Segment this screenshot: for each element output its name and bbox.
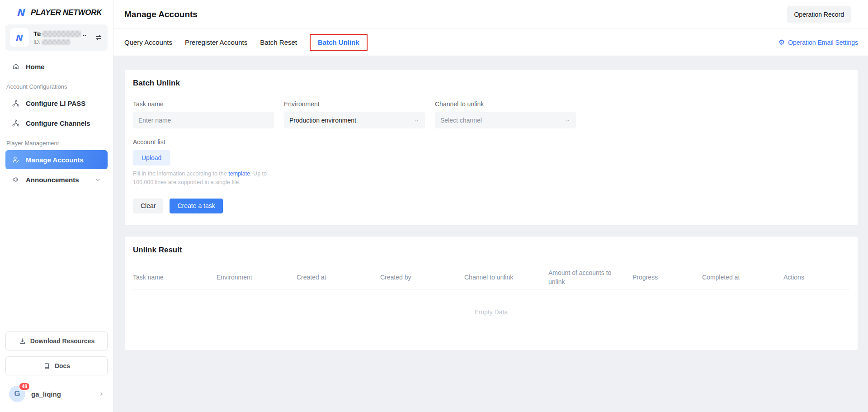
unlink-result-card: Unlink Result Task name Environment Crea…	[125, 237, 858, 350]
account-list-field: Account list Upload Fill in the informat…	[133, 138, 849, 187]
download-resources-button[interactable]: Download Resources	[5, 331, 108, 350]
branch-icon	[12, 119, 20, 127]
column-header-environment: Environment	[217, 270, 297, 284]
svg-text:N: N	[15, 33, 23, 42]
branch-icon	[12, 99, 20, 107]
task-name-label: Task name	[133, 100, 274, 108]
avatar-wrap: G 48	[9, 386, 25, 402]
task-name-field: Task name	[133, 100, 274, 128]
chevron-down-icon	[414, 118, 420, 123]
docs-button[interactable]: Docs	[5, 356, 108, 375]
download-resources-label: Download Resources	[30, 337, 94, 345]
sidebar-nav: Home Account Configurations Configure LI…	[5, 56, 108, 190]
sidebar-section-account-configurations: Account Configurations	[6, 83, 107, 90]
environment-select-value: Production environment	[289, 117, 356, 124]
channel-field: Channel to unlink Select channel	[435, 100, 576, 128]
home-icon	[12, 62, 20, 71]
app-root: N PLAYER NETWORK N Te ..	[0, 0, 868, 412]
batch-unlink-title: Batch Unlink	[133, 79, 849, 88]
megaphone-icon	[12, 175, 20, 184]
sidebar-section-player-management: Player Management	[6, 140, 107, 147]
column-header-task-name: Task name	[133, 270, 217, 284]
gear-icon: ⚙	[778, 39, 785, 46]
user-menu[interactable]: G 48 ga_liqing	[5, 381, 108, 412]
project-info: Te .. ID:	[33, 30, 90, 45]
project-name: Te ..	[33, 30, 90, 38]
operation-record-button[interactable]: Operation Record	[787, 6, 851, 23]
download-icon	[19, 337, 26, 345]
channel-label: Channel to unlink	[435, 100, 576, 108]
project-switcher[interactable]: N Te .. ID:	[5, 24, 108, 51]
redacted-project-id	[42, 39, 70, 45]
user-name: ga_liqing	[31, 390, 92, 398]
form-actions: Clear Create a task	[133, 199, 849, 213]
column-header-created-by: Created by	[380, 270, 464, 284]
operation-email-settings-link[interactable]: ⚙ Operation Email Settings	[778, 39, 858, 46]
environment-select[interactable]: Production environment	[284, 112, 425, 128]
environment-field: Environment Production environment	[284, 100, 425, 128]
upload-button[interactable]: Upload	[133, 150, 170, 166]
batch-unlink-card: Batch Unlink Task name Environment Produ…	[125, 70, 858, 225]
tab-batch-reset[interactable]: Batch Reset	[260, 34, 297, 51]
project-name-visible: Te	[33, 30, 41, 38]
sidebar-item-label: Manage Accounts	[26, 156, 84, 164]
brand-logo: N PLAYER NETWORK	[5, 0, 108, 24]
environment-label: Environment	[284, 100, 425, 108]
sidebar-item-announcements[interactable]: Announcements	[5, 170, 108, 189]
upload-hint-text: Fill in the information according to the	[133, 170, 228, 177]
operation-email-settings-label: Operation Email Settings	[788, 39, 858, 46]
project-id: ID:	[33, 39, 90, 45]
notification-badge: 48	[19, 382, 30, 391]
sidebar-item-label: Configure LI PASS	[26, 99, 85, 107]
clear-button[interactable]: Clear	[133, 199, 163, 213]
player-network-logo-icon: N	[15, 7, 27, 18]
unlink-result-title: Unlink Result	[133, 246, 849, 255]
create-task-button[interactable]: Create a task	[170, 199, 222, 213]
channel-select-placeholder: Select channel	[440, 117, 482, 124]
sidebar: N PLAYER NETWORK N Te ..	[0, 0, 113, 412]
chevron-down-icon	[565, 118, 571, 123]
content-area: Batch Unlink Task name Environment Produ…	[113, 56, 868, 412]
page-title: Manage Accounts	[124, 9, 198, 19]
sidebar-item-label: Configure Channels	[26, 119, 90, 127]
page-header: Manage Accounts Operation Record	[113, 0, 868, 29]
sidebar-item-home[interactable]: Home	[5, 57, 108, 76]
sidebar-item-configure-li-pass[interactable]: Configure LI PASS	[5, 94, 108, 113]
column-header-progress: Progress	[632, 270, 702, 284]
chevron-down-icon[interactable]	[94, 176, 101, 183]
project-logo-icon: N	[10, 28, 29, 47]
form-row: Task name Environment Production environ…	[133, 100, 849, 128]
project-name-ellipsis: ..	[82, 30, 86, 38]
tabs: Query Accounts Preregister Accounts Batc…	[124, 34, 368, 51]
tab-batch-unlink-wrapper: Batch Unlink	[310, 38, 368, 47]
template-link[interactable]: template	[228, 170, 250, 177]
task-name-input[interactable]	[133, 112, 274, 128]
sidebar-item-label: Home	[26, 63, 45, 71]
tab-bar: Query Accounts Preregister Accounts Batc…	[113, 29, 868, 56]
upload-hint: Fill in the information according to the…	[133, 170, 271, 187]
chevron-right-icon	[98, 391, 105, 398]
redacted-project-name	[42, 31, 81, 37]
column-header-channel-to-unlink: Channel to unlink	[464, 270, 548, 284]
account-list-label: Account list	[133, 138, 849, 146]
main-area: Manage Accounts Operation Record Query A…	[113, 0, 868, 412]
brand-name: PLAYER NETWORK	[31, 8, 102, 17]
swap-icon[interactable]	[94, 33, 103, 42]
sidebar-item-manage-accounts[interactable]: Manage Accounts	[5, 150, 108, 169]
sidebar-item-label: Announcements	[26, 176, 79, 184]
sidebar-item-configure-channels[interactable]: Configure Channels	[5, 114, 108, 133]
result-table-header: Task name Environment Created at Created…	[133, 265, 849, 290]
user-edit-icon	[12, 156, 20, 164]
book-icon	[43, 362, 51, 370]
empty-data-text: Empty Data	[133, 289, 849, 337]
tab-batch-unlink[interactable]: Batch Unlink	[318, 34, 359, 51]
column-header-created-at: Created at	[297, 270, 380, 284]
column-header-amount: Amount of accounts to unlink	[548, 265, 632, 289]
column-header-completed-at: Completed at	[702, 270, 783, 284]
svg-text:N: N	[16, 7, 25, 18]
column-header-actions: Actions	[783, 270, 849, 284]
tab-query-accounts[interactable]: Query Accounts	[124, 34, 172, 51]
tab-preregister-accounts[interactable]: Preregister Accounts	[185, 34, 247, 51]
project-id-label: ID:	[33, 39, 40, 45]
channel-select[interactable]: Select channel	[435, 112, 576, 128]
